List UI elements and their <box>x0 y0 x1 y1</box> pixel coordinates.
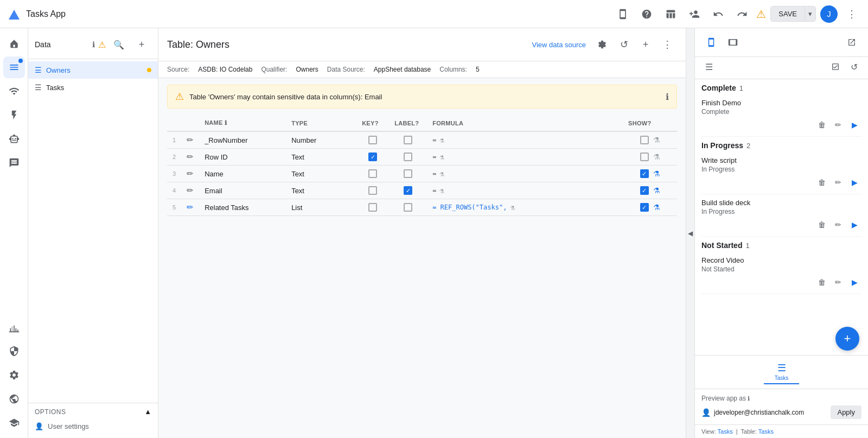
table-icon[interactable] <box>661 4 680 24</box>
show-checkbox[interactable] <box>640 186 649 195</box>
sidebar-item-bots[interactable] <box>3 128 25 150</box>
edit-icon[interactable]: ✏ <box>187 169 194 178</box>
show-flask-icon[interactable]: ⚗ <box>653 203 660 212</box>
sidebar-item-comments[interactable] <box>3 152 25 174</box>
formula-flask-icon[interactable]: ⚗ <box>439 169 444 178</box>
go-task-button[interactable]: ▶ <box>847 175 861 189</box>
table-value-link[interactable]: Tasks <box>758 428 774 435</box>
show-flask-icon[interactable]: ⚗ <box>653 169 660 178</box>
table-item-tasks[interactable]: ☰ Tasks <box>28 79 158 96</box>
view-value-link[interactable]: Tasks <box>718 428 733 435</box>
edit-task-button[interactable]: ✏ <box>831 175 845 189</box>
edit-icon[interactable]: ✏ <box>187 186 194 195</box>
preview-nav-tasks[interactable]: ☰ Tasks <box>764 360 800 384</box>
avatar[interactable]: J <box>820 5 838 23</box>
show-flask-icon[interactable]: ⚗ <box>653 136 660 144</box>
preview-check-icon[interactable] <box>828 59 843 74</box>
add-user-icon[interactable] <box>685 4 704 24</box>
label-checkbox[interactable] <box>404 186 412 195</box>
data-add-button[interactable]: + <box>132 35 151 54</box>
label-checkbox[interactable] <box>404 136 412 144</box>
preview-refresh-icon[interactable]: ↺ <box>846 59 861 74</box>
more-columns-icon[interactable]: ⋮ <box>658 35 677 54</box>
type-select[interactable]: List <box>291 204 311 212</box>
delete-task-button[interactable]: 🗑 <box>815 275 829 289</box>
key-checkbox[interactable] <box>368 153 377 161</box>
sidebar-item-integrations[interactable] <box>3 388 25 410</box>
key-checkbox[interactable] <box>368 186 377 195</box>
formula-flask-icon[interactable]: ⚗ <box>439 186 444 195</box>
more-options-icon[interactable]: ⋮ <box>842 4 861 24</box>
sidebar-item-home[interactable] <box>3 33 25 54</box>
preview-tablet-icon[interactable] <box>723 33 743 52</box>
sidebar-item-settings[interactable] <box>3 364 25 386</box>
show-checkbox[interactable] <box>640 136 649 144</box>
edit-task-button[interactable]: ✏ <box>831 218 845 232</box>
options-section: OPTIONS ▲ 👤 User settings <box>28 403 158 438</box>
show-checkbox[interactable] <box>640 169 649 178</box>
edit-task-button[interactable]: ✏ <box>831 118 845 132</box>
type-select[interactable]: Text <box>291 187 313 195</box>
options-header[interactable]: OPTIONS ▲ <box>35 408 151 416</box>
preview-scroll-area[interactable]: Complete 1 Finish Demo Complete 🗑 ✏ ▶ In… <box>695 79 868 327</box>
help-icon[interactable] <box>637 4 656 24</box>
preview-icon[interactable] <box>613 4 633 24</box>
edit-icon[interactable]: ✏ <box>187 152 194 161</box>
redo-icon[interactable] <box>732 4 752 24</box>
refresh-icon[interactable]: ↺ <box>614 35 634 54</box>
fab-add-button[interactable]: + <box>835 327 859 351</box>
name-input[interactable] <box>205 187 280 195</box>
key-checkbox[interactable] <box>368 203 377 212</box>
sidebar-item-automation[interactable] <box>3 104 25 126</box>
delete-task-button[interactable]: 🗑 <box>815 118 829 132</box>
formula-flask-icon[interactable]: ⚗ <box>439 153 444 161</box>
banner-info-icon[interactable]: ℹ <box>666 92 669 102</box>
name-input[interactable] <box>205 170 280 178</box>
delete-task-button[interactable]: 🗑 <box>815 175 829 189</box>
show-checkbox[interactable] <box>640 203 649 212</box>
key-checkbox[interactable] <box>368 169 377 178</box>
edit-icon[interactable]: ✏ <box>187 202 194 212</box>
type-select[interactable]: Text <box>291 170 313 178</box>
edit-task-button[interactable]: ✏ <box>831 275 845 289</box>
sidebar-item-analytics[interactable] <box>3 316 25 338</box>
label-checkbox[interactable] <box>404 203 412 212</box>
options-item-user-settings[interactable]: 👤 User settings <box>35 419 151 434</box>
delete-task-button[interactable]: 🗑 <box>815 218 829 232</box>
name-input[interactable] <box>205 204 280 212</box>
name-input[interactable] <box>205 136 280 144</box>
formula-flask-icon[interactable]: ⚗ <box>510 203 514 212</box>
label-checkbox[interactable] <box>404 153 412 161</box>
save-button[interactable]: SAVE <box>771 7 805 21</box>
apply-button[interactable]: Apply <box>831 405 861 419</box>
go-task-button[interactable]: ▶ <box>847 275 861 289</box>
go-task-button[interactable]: ▶ <box>847 118 861 132</box>
preview-filter-icon[interactable]: ☰ <box>701 59 717 74</box>
name-input[interactable] <box>205 153 280 161</box>
key-checkbox[interactable] <box>368 136 377 144</box>
group-label: Complete <box>701 84 736 92</box>
formula-flask-icon[interactable]: ⚗ <box>439 136 444 144</box>
edit-icon[interactable]: ✏ <box>187 135 194 144</box>
show-flask-icon[interactable]: ⚗ <box>653 153 660 161</box>
preview-expand-icon[interactable] <box>842 33 861 52</box>
sidebar-item-learn[interactable] <box>3 412 25 434</box>
preview-phone-icon[interactable] <box>701 33 721 52</box>
table-item-owners[interactable]: ☰ Owners <box>28 61 158 79</box>
sidebar-item-security[interactable] <box>3 340 25 362</box>
sidebar-item-views[interactable] <box>3 80 25 102</box>
go-task-button[interactable]: ▶ <box>847 218 861 232</box>
save-dropdown-button[interactable]: ▾ <box>805 7 815 21</box>
label-checkbox[interactable] <box>404 169 412 178</box>
undo-icon[interactable] <box>709 4 728 24</box>
sidebar-item-data[interactable] <box>3 56 25 78</box>
data-settings-icon[interactable] <box>592 35 612 54</box>
show-flask-icon[interactable]: ⚗ <box>653 186 660 195</box>
type-select[interactable]: Number <box>291 136 326 144</box>
data-search-button[interactable]: 🔍 <box>109 35 129 54</box>
show-checkbox[interactable] <box>640 153 649 161</box>
collapse-panel[interactable]: ◀ <box>686 28 694 438</box>
add-column-button[interactable]: + <box>636 35 655 54</box>
type-select[interactable]: Text <box>291 153 313 161</box>
view-data-source-link[interactable]: View data source <box>532 41 586 49</box>
